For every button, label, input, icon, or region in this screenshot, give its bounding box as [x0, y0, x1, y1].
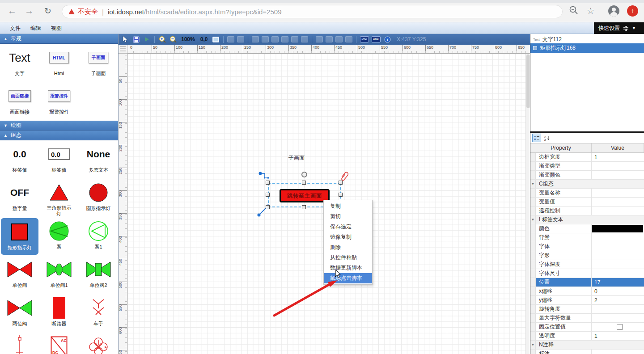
- screen-settings-icon[interactable]: [212, 35, 220, 43]
- align-left-icon[interactable]: [252, 36, 259, 42]
- palette-item-单位阀2[interactable]: 单位阀2: [79, 256, 118, 294]
- property-row-字体深度[interactable]: 字体深度: [530, 260, 644, 269]
- palette-item-报警控件[interactable]: 报警控件报警控件: [39, 82, 79, 121]
- palette-item-画面链接[interactable]: 画面链接画面链接: [0, 82, 39, 121]
- palette-item-两位阀[interactable]: 两位阀: [0, 294, 39, 333]
- fixed-position-checkbox[interactable]: [617, 324, 623, 330]
- browser-forward-icon[interactable]: →: [23, 6, 35, 16]
- bookmark-star-icon[interactable]: ☆: [587, 6, 594, 16]
- context-menu-item-鼠标点击脚本[interactable]: 鼠标点击脚本: [324, 273, 372, 283]
- property-value[interactable]: 2: [592, 296, 644, 304]
- compress-icon[interactable]: [623, 25, 629, 31]
- export-html-icon[interactable]: HTML: [360, 36, 369, 42]
- palette-item-逆变器[interactable]: ACDC逆变器: [39, 333, 79, 354]
- palette-item-标签值[interactable]: 0.0标签值: [0, 140, 39, 179]
- alphabetical-sort-icon[interactable]: AZ: [542, 134, 551, 142]
- handle-top-middle[interactable]: [302, 181, 306, 185]
- align-right-icon[interactable]: [271, 36, 279, 42]
- property-row-渐变类型[interactable]: 渐变类型: [530, 162, 644, 171]
- palette-item-单位阀1[interactable]: 单位阀1: [39, 256, 79, 294]
- same-height-icon[interactable]: [326, 36, 333, 42]
- property-value[interactable]: [592, 314, 644, 322]
- property-value[interactable]: 1: [592, 332, 644, 340]
- quick-settings-bar[interactable]: 快速设置 ▼: [594, 22, 644, 34]
- property-row-颜色[interactable]: 颜色: [530, 224, 644, 233]
- property-row-最大字符数量[interactable]: 最大字符数量: [530, 314, 644, 323]
- property-value[interactable]: 17: [592, 278, 644, 287]
- page-zoom-icon[interactable]: [569, 5, 579, 17]
- context-menu-item-从控件粘贴[interactable]: 从控件粘贴: [324, 253, 372, 263]
- handle-middle-left[interactable]: [266, 193, 270, 197]
- property-value[interactable]: [592, 269, 644, 278]
- handle-bottom-left[interactable]: [266, 205, 270, 209]
- handle-bottom-middle[interactable]: [302, 205, 306, 209]
- property-value[interactable]: [592, 341, 644, 349]
- group-icon[interactable]: [227, 36, 234, 42]
- context-menu-item-数据更新脚本[interactable]: 数据更新脚本: [324, 263, 372, 273]
- property-row-字体尺寸[interactable]: 字体尺寸: [530, 269, 644, 278]
- palette-item-文字[interactable]: Text文字: [0, 44, 39, 82]
- profile-avatar-icon[interactable]: [608, 5, 619, 17]
- palette-item-PT[interactable]: PT: [79, 333, 118, 354]
- property-value[interactable]: [592, 215, 644, 224]
- property-value[interactable]: [592, 189, 644, 197]
- handle-top-left[interactable]: [266, 181, 270, 185]
- palette-item-泵[interactable]: 泵: [39, 217, 79, 256]
- menu-item-视图[interactable]: 视图: [51, 25, 62, 32]
- align-middle-icon[interactable]: [291, 36, 298, 42]
- property-row-变量名称[interactable]: 变量名称: [530, 189, 644, 198]
- save-icon[interactable]: [132, 35, 140, 43]
- browser-back-icon[interactable]: ←: [6, 6, 18, 16]
- property-value[interactable]: [592, 350, 644, 354]
- distribute-icon[interactable]: [345, 36, 352, 42]
- palette-item-矩形指示灯[interactable]: 矩形指示灯: [1, 218, 38, 255]
- property-value[interactable]: [592, 162, 644, 170]
- palette-item-数字量[interactable]: OFF数字量: [0, 179, 39, 217]
- handle-middle-right[interactable]: [339, 193, 343, 197]
- palette-item-泵1[interactable]: 泵1: [79, 217, 118, 256]
- menu-item-编辑[interactable]: 编辑: [30, 25, 41, 32]
- palette-item-车手[interactable]: 车手: [79, 294, 118, 333]
- info-icon[interactable]: i: [383, 35, 391, 43]
- object-tree-item-文字112[interactable]: Text文字112: [530, 36, 644, 43]
- quick-settings-dropdown-icon[interactable]: ▼: [632, 26, 636, 30]
- browser-reload-icon[interactable]: ↻: [42, 6, 54, 16]
- property-row-背景[interactable]: 背景: [530, 233, 644, 242]
- palette-item-断路器[interactable]: 断路器: [39, 294, 79, 333]
- rotate-handle[interactable]: [301, 172, 307, 177]
- browser-update-icon[interactable]: ↑: [627, 5, 638, 17]
- palette-item-三角形指示灯[interactable]: 三角形指示灯: [39, 179, 79, 217]
- quick-settings-label[interactable]: 快速设置: [598, 25, 620, 32]
- palette-item-单位阀[interactable]: 单位阀: [0, 256, 39, 294]
- run-icon[interactable]: [143, 35, 151, 43]
- jump-to-main-button[interactable]: 跳转至主画面: [280, 189, 330, 202]
- color-swatch[interactable]: [592, 225, 643, 232]
- context-menu-item-保存选定[interactable]: 保存选定: [324, 222, 372, 232]
- property-value[interactable]: [592, 180, 644, 188]
- property-row-x偏移[interactable]: x偏移0: [530, 287, 644, 296]
- property-value[interactable]: [592, 242, 644, 251]
- zoom-in-icon[interactable]: [158, 35, 166, 43]
- menu-item-文件[interactable]: 文件: [10, 25, 21, 32]
- align-bottom-icon[interactable]: [301, 36, 308, 42]
- object-tree-item-矩形指示灯168[interactable]: 矩形指示灯168: [530, 43, 644, 53]
- zoom-out-icon[interactable]: [169, 35, 177, 43]
- property-row-边框宽度[interactable]: 边框宽度1: [530, 153, 644, 162]
- property-value[interactable]: [592, 206, 644, 215]
- property-value[interactable]: [592, 251, 644, 260]
- align-top-icon[interactable]: [281, 36, 288, 42]
- property-value[interactable]: [592, 260, 644, 269]
- palette-item-圆形指示灯[interactable]: 圆形指示灯: [79, 179, 118, 217]
- ungroup-icon[interactable]: [237, 36, 244, 42]
- property-row-渐变颜色[interactable]: 渐变颜色: [530, 171, 644, 180]
- property-row-变量值[interactable]: 变量值: [530, 198, 644, 206]
- property-category-C组态[interactable]: ▼C组态: [530, 180, 644, 189]
- property-row-字体[interactable]: 字体: [530, 242, 644, 251]
- property-row-远程控制[interactable]: 远程控制: [530, 206, 644, 215]
- handle-top-right[interactable]: [339, 181, 343, 185]
- same-size-icon[interactable]: [335, 36, 343, 42]
- property-category-L标签文本[interactable]: ▼L标签文本: [530, 215, 644, 224]
- preview-html-icon[interactable]: HTML: [372, 36, 381, 42]
- subscreen-label[interactable]: 子画面: [288, 154, 305, 162]
- align-center-icon[interactable]: [262, 36, 269, 42]
